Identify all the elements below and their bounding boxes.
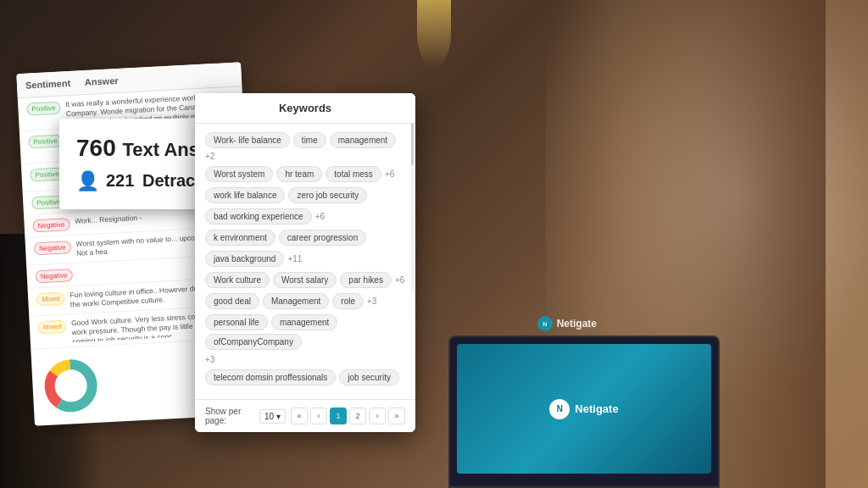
keyword-tag[interactable]: telecom domsin proffessionals [205, 369, 336, 385]
page-2-button[interactable]: 2 [349, 408, 366, 424]
keyword-count: +6 [395, 275, 404, 285]
keyword-row: telecom domsin proffessionals job securi… [205, 369, 405, 385]
sentiment-badge-mixed: Mixed [38, 320, 67, 335]
keyword-tag[interactable]: time [293, 132, 326, 148]
keyword-row: Work culture Worst salary par hikes +6 [205, 272, 405, 288]
answer-column-header: Answer [85, 69, 233, 87]
keyword-tag[interactable]: career progression [279, 230, 366, 246]
keyword-tag[interactable]: management [330, 132, 396, 148]
next-page-button[interactable]: › [369, 408, 386, 424]
keyword-tag[interactable]: hr team [276, 166, 322, 182]
keyword-tag[interactable]: zero job security [288, 187, 367, 203]
last-page-button[interactable]: » [388, 408, 405, 424]
keywords-footer: Show per page: 10 ▾ « ‹ 1 2 › » [195, 399, 415, 432]
keyword-tag[interactable]: par hikes [340, 272, 392, 288]
keyword-tag[interactable]: Management [263, 293, 329, 309]
keyword-tag[interactable]: k environment [205, 230, 275, 246]
keyword-tag[interactable]: work life balance [205, 187, 285, 203]
keyword-count: +2 [205, 152, 214, 161]
keyword-row: java background +11 [205, 251, 405, 267]
keyword-count: +11 [287, 254, 302, 263]
keyword-tag[interactable]: ofCompanyCompany [205, 334, 302, 350]
keywords-scrollbar[interactable] [411, 123, 414, 292]
laptop: N Netigate [448, 336, 720, 488]
per-page-select[interactable]: 10 ▾ [259, 409, 286, 424]
sentiment-column-header: Sentiment [25, 77, 86, 91]
keyword-count: +6 [315, 212, 325, 221]
show-per-page-label: Show per page: [205, 407, 254, 425]
keyword-tag[interactable]: good deal [205, 293, 259, 309]
page-1-button[interactable]: 1 [330, 408, 347, 424]
keyword-row: Work- life balance time management +2 [205, 132, 405, 161]
keyword-row: good deal Management role +3 [205, 293, 405, 309]
keyword-tag[interactable]: management [271, 314, 337, 330]
keyword-tag[interactable]: Work- life balance [205, 132, 290, 148]
sentiment-badge-positive: Positive [28, 135, 63, 149]
first-page-button[interactable]: « [291, 408, 308, 424]
keyword-tag[interactable]: bad working experience [205, 208, 312, 225]
keyword-row: bad working experience +6 [205, 208, 405, 225]
keyword-tag[interactable]: Worst system [205, 166, 273, 182]
sentiment-badge-negative: Negative [32, 218, 70, 232]
pagination: « ‹ 1 2 › » [291, 408, 405, 424]
keyword-tag[interactable]: Work culture [205, 272, 270, 288]
sentiment-badge-mixed: Mixed [36, 292, 65, 307]
keyword-tag[interactable]: personal life [205, 314, 268, 330]
keyword-row: work life balance zero job security [205, 187, 405, 203]
laptop-screen: N Netigate [457, 344, 711, 474]
keyword-tag[interactable]: job security [339, 369, 399, 385]
keyword-tag[interactable]: role [332, 293, 364, 309]
keywords-body[interactable]: Work- life balance time management +2 Wo… [195, 124, 415, 399]
keyword-row: personal life management ofCompanyCompan… [205, 314, 405, 350]
prev-page-button[interactable]: ‹ [310, 408, 327, 424]
keywords-card: Keywords Work- life balance time managem… [195, 93, 415, 432]
sentiment-badge-positive: Positive [26, 102, 61, 116]
keyword-count: +3 [205, 355, 214, 364]
svg-point-3 [55, 370, 87, 402]
donut-chart [40, 355, 103, 418]
keyword-row: k environment career progression [205, 230, 405, 246]
keyword-count: +3 [367, 297, 376, 306]
sentiment-badge-negative: Negative [35, 269, 72, 283]
ui-cards-container: Sentiment Answer Positive It was really … [25, 68, 250, 420]
keyword-tag[interactable]: total mess [326, 166, 381, 182]
netigate-watermark: N Netigate [537, 316, 597, 331]
keyword-tag[interactable]: java background [205, 251, 284, 267]
keyword-row: Worst system hr team total mess +6 [205, 166, 405, 182]
answer-text: Work... Resignation - [75, 214, 142, 226]
keywords-scrollbar-thumb[interactable] [411, 123, 414, 165]
keyword-tag[interactable]: Worst salary [273, 272, 337, 288]
sentiment-badge-negative: Negative [34, 241, 71, 255]
keyword-count: +6 [385, 169, 394, 179]
person-icon: 👤 [76, 170, 99, 192]
keywords-header: Keywords [195, 93, 415, 124]
keyword-row: +3 [205, 355, 405, 364]
laptop-netigate-logo: N Netigate [549, 399, 618, 419]
light-fixture [417, 0, 451, 68]
